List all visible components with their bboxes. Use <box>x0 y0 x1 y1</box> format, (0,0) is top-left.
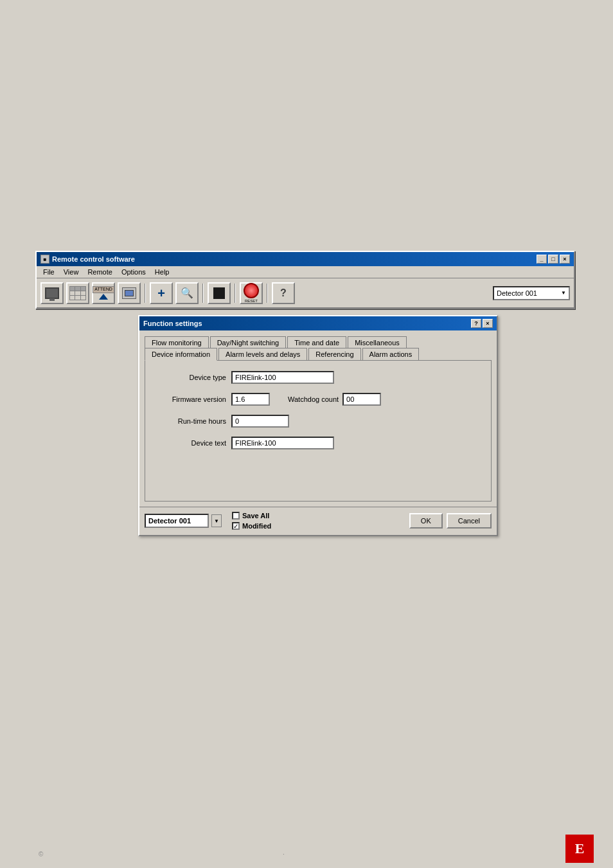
tab-alarm-levels[interactable]: Alarm levels and delays <box>218 348 307 361</box>
ok-button[interactable]: OK <box>409 513 443 529</box>
footer-dot: · <box>283 851 285 858</box>
footer-checkboxes: Save All ✓ Modified <box>232 511 271 531</box>
monitor2-icon <box>122 287 136 299</box>
footer-detector-dropdown[interactable]: Detector 001 <box>145 514 209 528</box>
maximize-button[interactable]: □ <box>548 255 558 264</box>
watchdog-group: Watchdog count <box>288 393 381 406</box>
tab-alarm-actions[interactable]: Alarm actions <box>362 348 420 361</box>
device-text-input[interactable] <box>231 437 334 449</box>
footer-dropdown-arrow-icon: ▼ <box>214 518 219 524</box>
runtime-input[interactable] <box>231 415 289 428</box>
firmware-input[interactable] <box>231 393 270 406</box>
dialog-help-button[interactable]: ? <box>471 319 481 328</box>
menu-options[interactable]: Options <box>118 267 150 276</box>
modified-row: ✓ Modified <box>232 521 271 530</box>
brand-letter: E <box>575 840 585 857</box>
reset-icon <box>244 283 259 298</box>
monitor-icon <box>45 287 59 299</box>
save-all-row: Save All <box>232 511 271 520</box>
device-text-row: Device text <box>155 437 481 449</box>
toolbar: ATTEND + 🔍 RESET <box>37 278 574 308</box>
plus-icon: + <box>157 287 165 300</box>
watchdog-label: Watchdog count <box>288 395 339 403</box>
arrow-up-icon <box>99 294 108 300</box>
tab-device-information[interactable]: Device information <box>145 348 217 361</box>
toolbar-upload-button[interactable]: ATTEND <box>92 282 115 304</box>
detector-name: Detector 001 <box>497 289 537 297</box>
main-title-bar: ■ Remote control software _ □ × <box>37 252 574 266</box>
table-icon <box>69 286 86 300</box>
cancel-button[interactable]: Cancel <box>447 513 492 529</box>
toolbar-detector-dropdown[interactable]: Detector 001 ▼ <box>493 286 570 300</box>
title-bar-left: ■ Remote control software <box>40 255 135 264</box>
tabs-row-2: Device information Alarm levels and dela… <box>145 347 492 360</box>
menu-view[interactable]: View <box>60 267 83 276</box>
menu-remote[interactable]: Remote <box>84 267 116 276</box>
footer-buttons: OK Cancel <box>409 513 492 529</box>
toolbar-separator-2 <box>202 284 204 303</box>
tabs-row-1: Flow monitoring Day/Night switching Time… <box>145 336 492 348</box>
runtime-label: Run-time hours <box>155 417 226 425</box>
firmware-row: Firmware version Watchdog count <box>155 393 481 406</box>
toolbar-table-button[interactable] <box>66 282 89 304</box>
main-window: ■ Remote control software _ □ × File Vie… <box>35 251 575 309</box>
toolbar-connect-button[interactable] <box>40 282 64 304</box>
firmware-label: Firmware version <box>155 395 226 403</box>
footer-dropdown-button[interactable]: ▼ <box>211 514 222 527</box>
search-icon: 🔍 <box>181 287 193 299</box>
detector-selector[interactable]: Detector 001 ▼ <box>493 286 570 300</box>
tab-day-night[interactable]: Day/Night switching <box>210 336 287 348</box>
stop-icon <box>213 287 225 299</box>
window-icon: ■ <box>40 255 49 264</box>
menu-bar: File View Remote Options Help <box>37 266 574 278</box>
toolbar-monitor2-button[interactable] <box>118 282 141 304</box>
dialog-title-left: Function settings <box>143 320 202 327</box>
device-type-row: Device type <box>155 371 481 384</box>
watchdog-input[interactable] <box>342 393 381 406</box>
close-button[interactable]: × <box>560 255 570 264</box>
tab-miscellaneous[interactable]: Miscellaneous <box>348 336 407 348</box>
modified-label: Modified <box>242 521 271 530</box>
tab-flow-monitoring[interactable]: Flow monitoring <box>145 336 209 348</box>
help-icon: ? <box>280 287 287 299</box>
toolbar-stop-button[interactable] <box>208 282 231 304</box>
dialog-content: Flow monitoring Day/Night switching Time… <box>139 330 497 507</box>
dialog-close-button[interactable]: × <box>483 319 493 328</box>
toolbar-separator-3 <box>235 284 236 303</box>
dialog-footer: Detector 001 ▼ Save All ✓ Modified OK Ca… <box>139 507 497 535</box>
brand-logo: E <box>565 835 594 863</box>
device-type-label: Device type <box>155 374 226 381</box>
save-all-label: Save All <box>242 511 269 520</box>
tab-time-date[interactable]: Time and date <box>287 336 346 348</box>
runtime-row: Run-time hours <box>155 415 481 428</box>
minimize-button[interactable]: _ <box>537 255 547 264</box>
footer-detector-group: Detector 001 ▼ <box>145 514 222 528</box>
menu-help[interactable]: Help <box>151 267 173 276</box>
toolbar-separator-1 <box>145 284 146 303</box>
dialog-title-buttons: ? × <box>471 319 493 328</box>
main-window-title: Remote control software <box>52 255 135 263</box>
tab-content-area: Device type Firmware version Watchdog co… <box>145 360 492 502</box>
toolbar-reset-button[interactable]: RESET <box>240 282 263 304</box>
tab-referencing[interactable]: Referencing <box>308 348 360 361</box>
dialog-title: Function settings <box>143 320 202 327</box>
upload-icon: ATTEND <box>93 286 114 299</box>
dropdown-arrow-icon: ▼ <box>561 290 566 296</box>
modified-checkbox[interactable]: ✓ <box>232 522 240 530</box>
menu-file[interactable]: File <box>39 267 58 276</box>
dialog-title-bar: Function settings ? × <box>139 316 497 330</box>
toolbar-search-button[interactable]: 🔍 <box>175 282 199 304</box>
copyright-symbol: © <box>39 851 43 858</box>
save-all-checkbox[interactable] <box>232 512 240 520</box>
function-settings-dialog: Function settings ? × Flow monitoring Da… <box>138 315 498 536</box>
device-text-label: Device text <box>155 439 226 447</box>
device-type-input[interactable] <box>231 371 334 384</box>
title-bar-buttons: _ □ × <box>537 255 570 264</box>
page-footer: © <box>39 851 43 858</box>
toolbar-add-button[interactable]: + <box>150 282 173 304</box>
toolbar-separator-4 <box>267 284 268 303</box>
footer-detector-name: Detector 001 <box>148 517 191 525</box>
toolbar-help-button[interactable]: ? <box>272 282 295 304</box>
